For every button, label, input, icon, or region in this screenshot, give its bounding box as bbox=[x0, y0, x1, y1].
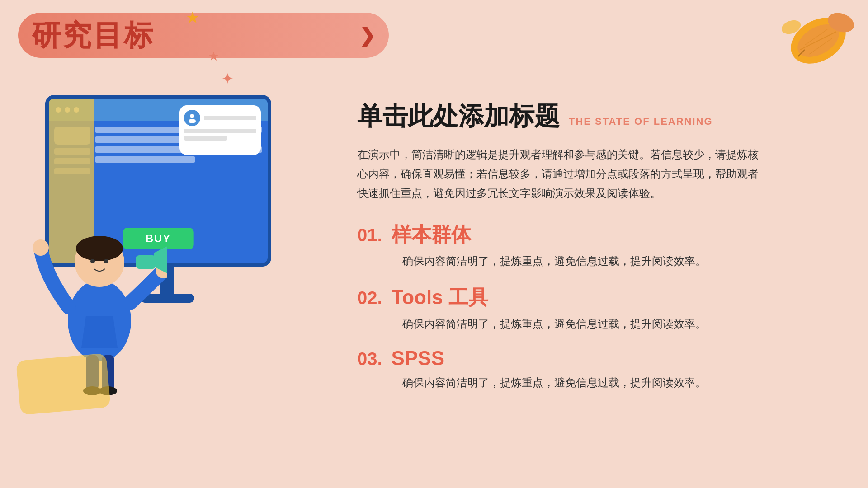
star-orange-icon: ★ bbox=[208, 49, 219, 64]
svg-point-13 bbox=[90, 259, 95, 263]
list-item-2-header: 02. Tools 工具 bbox=[357, 284, 818, 311]
list-desc-3: 确保内容简洁明了，提炼重点，避免信息过载，提升阅读效率。 bbox=[357, 374, 818, 391]
main-line-4 bbox=[95, 156, 195, 163]
list-number-2: 02. bbox=[357, 288, 382, 308]
bubble-line-1 bbox=[204, 116, 256, 120]
list-number-1: 01. bbox=[357, 225, 382, 245]
list-title-2: Tools 工具 bbox=[392, 284, 488, 311]
bubble-line-3 bbox=[184, 136, 227, 141]
svg-point-15 bbox=[33, 239, 49, 256]
chat-bubble bbox=[179, 105, 261, 155]
list-title-1: 样本群体 bbox=[392, 221, 471, 248]
svg-point-14 bbox=[104, 259, 108, 263]
list-item-3: 03. SPSS 确保内容简洁明了，提炼重点，避免信息过载，提升阅读效率。 bbox=[357, 347, 818, 391]
page-title: 研究目标 bbox=[32, 16, 155, 55]
header-bar: 研究目标 ★ ★ ❯ bbox=[18, 13, 389, 58]
chevron-right-icon: ❯ bbox=[359, 24, 375, 47]
illustration-area: BUY bbox=[18, 68, 326, 438]
avatar-icon bbox=[184, 110, 200, 126]
star-gold-icon: ★ bbox=[185, 8, 200, 27]
list-item-3-header: 03. SPSS bbox=[357, 347, 818, 370]
list-item-1: 01. 样本群体 确保内容简洁明了，提炼重点，避免信息过载，提升阅读效率。 bbox=[357, 221, 818, 270]
list-title-3: SPSS bbox=[392, 347, 444, 370]
list-desc-2: 确保内容简洁明了，提炼重点，避免信息过载，提升阅读效率。 bbox=[357, 315, 818, 333]
speech-bubble bbox=[16, 353, 111, 415]
svg-point-12 bbox=[76, 236, 123, 261]
list-number-3: 03. bbox=[357, 349, 382, 369]
main-heading-chinese: 单击此处添加标题 bbox=[357, 99, 560, 134]
main-heading-container: 单击此处添加标题 THE STATE OF LEARNING bbox=[357, 99, 818, 134]
bubble-line-2 bbox=[184, 129, 256, 133]
content-area: 单击此处添加标题 THE STATE OF LEARNING 在演示中，简洁清晰… bbox=[339, 90, 836, 415]
main-heading-english: THE STATE OF LEARNING bbox=[569, 116, 713, 127]
list-desc-1: 确保内容简洁明了，提炼重点，避免信息过载，提升阅读效率。 bbox=[357, 253, 818, 270]
svg-rect-18 bbox=[136, 255, 156, 269]
list-item-1-header: 01. 样本群体 bbox=[357, 221, 818, 248]
main-description: 在演示中，简洁清晰的逻辑是提升观者理解和参与感的关键。若信息较少，请提炼核心内容… bbox=[357, 145, 764, 203]
svg-point-9 bbox=[189, 119, 196, 123]
svg-point-8 bbox=[190, 114, 194, 118]
list-item-2: 02. Tools 工具 确保内容简洁明了，提炼重点，避免信息过载，提升阅读效率… bbox=[357, 284, 818, 333]
leaf-decoration bbox=[782, 5, 854, 77]
